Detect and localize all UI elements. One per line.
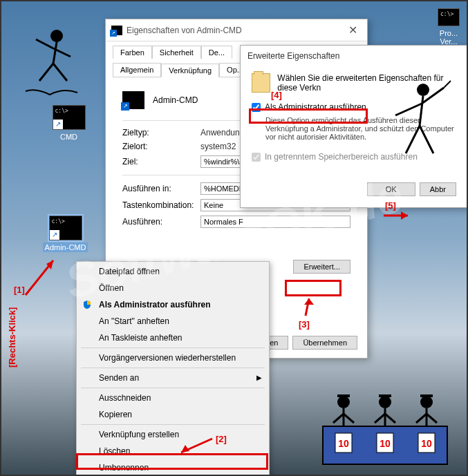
svg-marker-7 [401,211,408,220]
annotation-rechtsklick: [Rechts-Klick] [7,307,17,368]
admin-checkbox[interactable] [252,103,261,112]
zielort-value: system32 [200,142,236,151]
svg-line-0 [26,260,53,295]
svg-line-25 [333,414,344,423]
advanced-dialog: Erweiterte Eigenschaften Wählen Sie die … [240,45,468,208]
svg-point-22 [337,396,350,408]
svg-text:10: 10 [421,438,432,449]
ziel-label: Ziel: [122,157,195,166]
svg-text:10: 10 [380,438,391,449]
ausfuehren-label: Ausführen: [122,217,195,227]
desktop-icon-cmd[interactable]: ↗ CMD [43,105,95,141]
cmd-icon: ↗ [122,91,144,109]
desktop-icon-admin-cmd[interactable]: ↗ Admin-CMD [39,216,91,251]
admin-desc: Diese Option ermöglicht das Ausführen di… [265,116,456,141]
svg-line-11 [53,48,71,57]
folder-icon [252,73,270,93]
titlebar[interactable]: ↗ Eigenschaften von Admin-CMD ✕ [106,19,367,41]
menu-senden[interactable]: Senden an ▶ [78,370,268,386]
desktop-icon-label: CMD [60,133,77,141]
zielort-label: Zielort: [122,142,195,151]
svg-rect-30 [379,394,391,397]
svg-text:10: 10 [338,438,349,449]
menu-umbenennen[interactable]: Umbenennen [78,459,268,476]
svg-rect-21 [323,426,447,464]
admin-checkbox-label: Als Administrator ausführen [265,102,366,112]
menu-start[interactable]: An "Start" anheften [78,313,268,330]
app-name: Admin-CMD [153,95,198,105]
tasten-label: Tastenkombination: [122,200,195,210]
advanced-intro: Wählen Sie die erweiterten Eigenschaften… [277,73,456,93]
annotation-1: [1] [14,285,25,295]
cmd-icon: ↗ [111,26,122,35]
menu-ausschneiden[interactable]: Ausschneiden [78,390,268,406]
menu-taskleiste[interactable]: An Taskleiste anheften [78,330,268,346]
tab-allgemein[interactable]: Allgemein [113,63,161,77]
menu-kopieren[interactable]: Kopieren [78,406,268,423]
menu-vorgaenger[interactable]: Vorgängerversionen wiederherstellen [78,350,268,366]
svg-rect-34 [377,433,393,453]
svg-line-9 [53,42,57,64]
svg-line-40 [427,414,437,423]
menu-dateipfad[interactable]: Dateipfad öffnen [78,263,268,280]
advanced-title: Erweiterte Eigenschaften [241,46,467,66]
window-title: Eigenschaften von Admin-CMD [127,26,344,35]
shield-icon [82,300,92,310]
desktop-icon-label: Pro... [440,29,458,37]
ausfuehren-in-label: Ausführen in: [122,184,195,193]
svg-line-10 [36,39,53,48]
erweitert-button[interactable]: Erweitert... [293,260,350,274]
svg-line-26 [344,414,354,423]
menu-loeschen[interactable]: Löschen [78,443,268,459]
menu-verknuepfung[interactable]: Verknüpfung erstellen [78,426,268,443]
svg-point-8 [50,30,63,42]
svg-line-32 [375,414,385,423]
menu-oeffnen[interactable]: Öffnen [78,280,268,296]
svg-marker-1 [46,260,53,269]
svg-rect-27 [335,433,352,453]
desktop-icon-pro[interactable]: Pro... Ver... [435,8,462,46]
zieltyp-label: Zieltyp: [122,128,195,137]
tab-details[interactable]: De... [201,46,232,59]
tab-verknuepfung[interactable]: Verknüpfung [161,64,219,77]
svg-point-36 [420,396,433,408]
svg-line-33 [385,414,395,423]
svg-line-13 [53,64,67,81]
svg-point-29 [379,396,391,408]
svg-rect-41 [418,433,435,453]
adv-cancel-button[interactable]: Abbr [420,182,456,196]
close-icon[interactable]: ✕ [344,23,362,37]
svg-line-39 [416,414,427,423]
context-menu: Dateipfad öffnen Öffnen Als Administrato… [76,261,270,476]
uebernehmen-button[interactable]: Übernehmen [292,336,357,350]
tab-farben[interactable]: Farben [113,46,152,59]
svg-line-12 [39,64,53,81]
svg-rect-37 [420,394,433,397]
ausfuehren-select[interactable] [200,216,350,228]
menu-admin[interactable]: Als Administrator ausführen [78,296,268,313]
svg-rect-23 [337,394,350,397]
mem-checkbox-label: In getrenntem Speicherbereich ausführen [265,152,418,162]
mem-checkbox [252,153,261,162]
adv-ok-button[interactable]: OK [367,182,415,196]
zieltyp-value: Anwendung [200,128,244,137]
tab-sicherheit[interactable]: Sicherheit [152,46,201,59]
chevron-right-icon: ▶ [256,374,262,381]
desktop-icon-label: Admin-CMD [43,242,88,252]
